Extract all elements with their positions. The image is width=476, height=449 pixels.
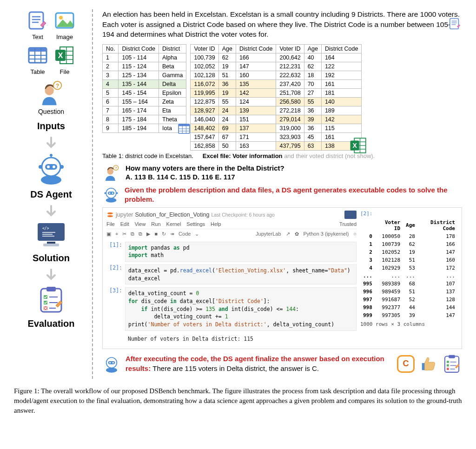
- note-icon: [448, 17, 462, 31]
- ds-agent-icon: [35, 153, 67, 185]
- svg-rect-24: [45, 164, 57, 170]
- table-row: 9185 - 194Iota: [103, 124, 186, 133]
- monitor-mini-icon: [344, 211, 357, 219]
- table-icon: [26, 44, 49, 66]
- note-icon: [26, 9, 49, 32]
- left-pipeline: TextImage X TableFile ? Question Inputs …: [14, 9, 88, 379]
- svg-text:?: ?: [56, 83, 60, 89]
- svg-rect-87: [447, 368, 449, 370]
- jupyter-logo: jupyter Solution_for_Election_Voting Las…: [106, 211, 275, 218]
- svg-rect-37: [47, 242, 55, 244]
- table-row: 122,87555124256,58055140: [191, 98, 362, 106]
- cell-output: Number of voters in Delta district: 115: [125, 334, 357, 344]
- table-row: 119,99519142251,70827181: [191, 89, 362, 98]
- svg-text:X: X: [58, 52, 63, 59]
- robot-icon: [102, 355, 121, 373]
- svg-point-76: [106, 368, 117, 373]
- svg-rect-85: [447, 364, 449, 366]
- table-row: 116,07236135237,42070161: [191, 80, 362, 89]
- svg-point-67: [106, 198, 117, 203]
- svg-text:?: ?: [115, 166, 117, 170]
- code-cell-2[interactable]: [2]: data_excel = pd.read_excel('Electio…: [106, 264, 357, 284]
- svg-point-79: [109, 362, 111, 363]
- tables-row: No.District CodeDistrict 1105 - 114Alpha…: [102, 44, 462, 151]
- agent-prompt-row: Given the problem description and data f…: [102, 185, 462, 205]
- svg-point-72: [104, 192, 106, 194]
- text-label: Text: [26, 33, 49, 40]
- table-row: 157,64767171323,90345161: [191, 133, 362, 142]
- code-cell-1[interactable]: [1]: import pandas as pd import math: [106, 242, 357, 262]
- code-cell-3[interactable]: [3]: delta_voting_count = 0 for dis_code…: [106, 287, 357, 330]
- table-icon: [177, 122, 191, 136]
- table-row: 7165 - 174Eta: [103, 106, 186, 115]
- arrow-down-icon: [44, 135, 59, 151]
- table-row: 162,85850163437,79563138: [191, 142, 362, 151]
- table-row: 6155 – 164Zeta: [103, 98, 186, 106]
- agent-prompt-text: Given the problem description and data f…: [125, 185, 462, 205]
- svg-point-75: [107, 215, 113, 217]
- table-row: 100,73962166200,64240164: [191, 53, 362, 62]
- problem-description: An election has been held in Excelstan. …: [102, 9, 462, 40]
- question-label: Question: [38, 108, 64, 115]
- jupyter-notebook: jupyter Solution_for_Election_Voting Las…: [102, 207, 462, 349]
- svg-point-26: [53, 165, 55, 168]
- svg-point-73: [116, 192, 118, 194]
- voter-table: Voter IDAgeDistrict CodeVoter IDAgeDistr…: [190, 44, 362, 151]
- table-row: 2115 - 124Beta: [103, 62, 186, 71]
- svg-text:</>: </>: [42, 226, 49, 231]
- svg-rect-7: [29, 48, 46, 52]
- answer-badge: C: [397, 355, 415, 373]
- thumbs-up-icon: [419, 355, 437, 373]
- table-row: 8175 - 184Theta: [103, 115, 186, 124]
- excel-icon: X: [349, 136, 368, 155]
- svg-point-80: [112, 362, 114, 363]
- svg-rect-38: [43, 244, 59, 246]
- final-answer-row: After executing the code, the DS agent f…: [102, 354, 462, 374]
- jupyter-toolbar[interactable]: ▣+✂⧉⧉▶■↻↠ Code⌄ JupyterLab ↗ ✿ Python 3 …: [106, 229, 357, 239]
- dataframe-output: [2]: Voter IDAgeDistrict Code 0100050281…: [360, 211, 458, 344]
- svg-rect-0: [29, 12, 43, 29]
- stage-solution: Solution: [33, 253, 70, 264]
- svg-point-71: [112, 192, 113, 194]
- svg-point-28: [60, 165, 64, 169]
- table-row: 1105 - 114Alpha: [103, 53, 186, 62]
- svg-point-25: [47, 165, 50, 168]
- image-icon: [53, 9, 76, 32]
- svg-rect-78: [108, 361, 115, 364]
- content-panel: An election has been held in Excelstan. …: [99, 9, 462, 379]
- svg-rect-47: [450, 19, 459, 29]
- stage-agent: DS Agent: [30, 189, 72, 200]
- final-rest-text: There are 115 voters in Delta district, …: [152, 364, 319, 372]
- svg-point-30: [50, 154, 53, 157]
- question-text: How many voters are there in the Delta D…: [126, 164, 284, 172]
- svg-point-5: [59, 16, 63, 20]
- table-row: 146,04024151279,01439142: [191, 115, 362, 124]
- arrow-down-icon: [44, 204, 59, 219]
- table-row: 5145 - 154Epsilon: [103, 89, 186, 98]
- figure-body: TextImage X TableFile ? Question Inputs …: [14, 9, 462, 379]
- svg-rect-69: [108, 191, 114, 194]
- code-monitor-icon: </>: [35, 221, 67, 249]
- svg-text:X: X: [353, 142, 357, 149]
- evaluation-icon: [36, 285, 66, 315]
- stage-inputs: Inputs: [37, 121, 65, 132]
- district-code-table: No.District CodeDistrict 1105 - 114Alpha…: [102, 44, 186, 133]
- file-label: File: [53, 68, 76, 75]
- svg-rect-40: [46, 287, 56, 291]
- question-options: A. 113 B. 114 C. 115 D. 116 E. 117: [126, 173, 284, 181]
- figure-caption: Figure 1: The overall workflow of our pr…: [14, 386, 462, 416]
- table-row: 148,40269137319,00036115: [191, 124, 362, 133]
- robot-icon: [102, 185, 120, 204]
- table-label: Table: [26, 68, 49, 75]
- image-label: Image: [53, 33, 76, 40]
- save-icon: ▣: [106, 231, 111, 237]
- table-row: 128,92724139272,21836189: [191, 106, 362, 115]
- table-row: 102,05219147212,23162122: [191, 62, 362, 71]
- question-block: ? How many voters are there in the Delta…: [102, 164, 462, 183]
- jupyter-menu[interactable]: FileEditViewRunKernelSettingsHelp Truste…: [106, 220, 357, 229]
- svg-rect-52: [179, 124, 190, 126]
- person-question-icon: ?: [102, 164, 121, 183]
- svg-point-27: [39, 165, 42, 169]
- svg-point-70: [109, 192, 110, 194]
- svg-rect-82: [449, 355, 455, 358]
